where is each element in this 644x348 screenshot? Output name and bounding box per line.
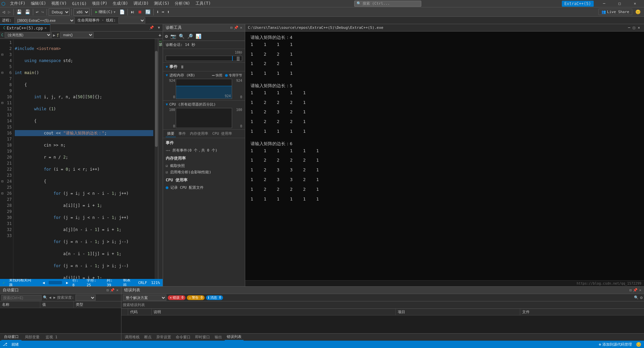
editor-scrollbar[interactable] bbox=[155, 39, 158, 279]
diag-zoom-out-icon[interactable]: 🔎 bbox=[187, 34, 193, 39]
minimize-button[interactable]: ─ bbox=[596, 0, 612, 7]
scroll-left-btn[interactable]: ◀ bbox=[43, 281, 45, 285]
error-list-close[interactable]: ✕ bbox=[639, 288, 641, 292]
pin-button[interactable]: 📌 bbox=[148, 25, 155, 31]
collapse-for3-icon[interactable]: ⊟ bbox=[0, 190, 5, 196]
search-depth-dropdown[interactable] bbox=[75, 295, 96, 301]
debug-config-dropdown[interactable]: Debug bbox=[49, 8, 70, 16]
auto-tab-3[interactable]: 监视 1 bbox=[43, 334, 60, 340]
maximize-button[interactable]: □ bbox=[612, 0, 627, 7]
auto-tab-2[interactable]: 局部变量 bbox=[22, 334, 42, 340]
toolbar-restart[interactable]: 🔄 bbox=[144, 9, 152, 15]
error-tab-immediate[interactable]: 即时窗口 bbox=[193, 334, 212, 340]
editor-tab-active[interactable]: C ExtraC++(5).cpp ✕ bbox=[0, 24, 50, 32]
error-tab-callstack[interactable]: 调用堆栈 bbox=[123, 334, 142, 340]
toolbar-step-over[interactable]: ⏯ bbox=[129, 9, 136, 15]
toolbar-undo[interactable]: ↩ bbox=[35, 9, 40, 15]
error-badge[interactable]: ✕ 错误 0 bbox=[168, 295, 185, 300]
memory-collapse-icon[interactable]: ▼ bbox=[166, 73, 168, 77]
menu-git[interactable]: Git(G) bbox=[69, 1, 89, 7]
diag-tab-summary[interactable]: 摘要 bbox=[166, 130, 176, 137]
collapse-while-icon[interactable]: ⊟ bbox=[0, 70, 5, 76]
console-maximize[interactable]: □ bbox=[632, 25, 637, 30]
search-box[interactable]: 🔍 搜索 (Ctrl... bbox=[354, 1, 421, 7]
status-zoom: 121% bbox=[151, 281, 160, 285]
menu-view[interactable]: 视图(V) bbox=[49, 0, 69, 7]
error-tab-command[interactable]: 命令窗口 bbox=[174, 334, 193, 340]
lifecycle-dropdown[interactable] bbox=[118, 17, 145, 23]
toolbar-feedback[interactable]: 😊 bbox=[633, 9, 643, 15]
pause-icon[interactable]: ⏸ bbox=[180, 65, 184, 69]
scope-dropdown[interactable]: (全局范围) bbox=[5, 32, 52, 38]
error-tab-breakpoints[interactable]: 断点 bbox=[142, 334, 154, 340]
process-dropdown[interactable]: [3800] ExtraC++(5).exe bbox=[14, 17, 75, 23]
diag-tab-memory[interactable]: 内存使用率 bbox=[189, 130, 210, 137]
cpu-collapse-icon[interactable]: ▼ bbox=[166, 102, 168, 107]
close-button[interactable]: ✕ bbox=[627, 0, 643, 7]
dropdown-arrow[interactable]: ▼ bbox=[156, 25, 161, 31]
warning-badge[interactable]: ⚠ 警告 0 bbox=[187, 295, 205, 300]
diag-chart-icon[interactable]: 📊 bbox=[196, 34, 201, 39]
diag-tab-events[interactable]: 事件 bbox=[177, 130, 187, 137]
collapse-main-icon[interactable]: ⊟ bbox=[0, 52, 5, 58]
scroll-bar-editor[interactable] bbox=[49, 281, 62, 284]
toolbar-save[interactable]: 💾 bbox=[15, 9, 23, 15]
info-badge[interactable]: ℹ 消息 0 bbox=[206, 295, 223, 300]
scroll-right-btn[interactable]: ▶ bbox=[66, 281, 68, 285]
menu-build[interactable]: 生成(B) bbox=[110, 0, 131, 7]
auto-col-value: 值 bbox=[40, 301, 74, 308]
auto-window-pin[interactable]: 📌 bbox=[110, 288, 115, 292]
code-editor[interactable]: ⊟ ⊟ ⊟ bbox=[0, 39, 163, 279]
add-line-button[interactable]: + bbox=[159, 33, 161, 38]
auto-tab-1[interactable]: 自动窗口 bbox=[1, 334, 21, 341]
step-over-btn[interactable]: ➡ bbox=[161, 9, 165, 15]
collapse-for1-icon[interactable]: ⊟ bbox=[0, 100, 5, 106]
feedback-icon-btn[interactable]: 😊 bbox=[636, 342, 641, 347]
console-minimize[interactable]: ─ bbox=[627, 25, 632, 30]
toolbar-forward[interactable]: ▷ bbox=[7, 9, 12, 15]
collapse-for2-icon[interactable]: ⊟ bbox=[0, 178, 5, 184]
toolbar-back[interactable]: ◁ bbox=[1, 9, 6, 15]
console-close[interactable]: ✕ bbox=[636, 25, 641, 30]
error-tab-output[interactable]: 输出 bbox=[213, 334, 224, 340]
diag-window-icon[interactable]: ⊟ bbox=[230, 25, 233, 30]
tab-close-icon[interactable]: ✕ bbox=[44, 26, 47, 30]
menu-file[interactable]: 文件(F) bbox=[7, 0, 28, 7]
diag-tab-cpu[interactable]: CPU 使用率 bbox=[211, 130, 234, 137]
auto-window-close[interactable]: ✕ bbox=[116, 288, 118, 292]
menu-debug[interactable]: 调试(D) bbox=[131, 0, 152, 7]
events-collapse-icon[interactable]: ▼ bbox=[166, 65, 168, 69]
diag-close-icon[interactable]: ✕ bbox=[240, 25, 242, 30]
toolbar-stop[interactable]: ⏹ bbox=[137, 9, 143, 15]
toolbar-start-page[interactable]: 📄 bbox=[118, 9, 126, 15]
add-source-btn[interactable]: ⊕ 添加到源代码管理 bbox=[599, 342, 632, 347]
diag-settings-icon[interactable]: ⚙ bbox=[165, 34, 168, 39]
auto-search-input[interactable] bbox=[1, 295, 42, 300]
platform-dropdown[interactable]: x86 bbox=[73, 8, 90, 16]
continue-button[interactable]: ▶ 继续(C) ▼ bbox=[93, 9, 117, 15]
error-settings-icon[interactable]: ⚙ bbox=[640, 295, 643, 300]
step-into-btn[interactable]: ⬇ bbox=[155, 9, 160, 15]
code-content[interactable]: #include <iostream> using namespace std;… bbox=[13, 39, 155, 279]
error-filter-dropdown[interactable]: 整个解决方案 bbox=[123, 295, 166, 301]
diag-pin-icon[interactable]: 📌 bbox=[234, 25, 238, 30]
status-check-icon: ✓ bbox=[3, 281, 5, 285]
tab-indicator[interactable]: ExtraC++(5) bbox=[562, 1, 594, 7]
error-list-pin[interactable]: 📌 bbox=[633, 288, 638, 292]
auto-window-minimize[interactable]: ⊟ bbox=[107, 288, 109, 292]
menu-project[interactable]: 项目(P) bbox=[89, 0, 110, 7]
menu-analyze[interactable]: 分析(N) bbox=[172, 0, 193, 7]
error-tab-errorlist[interactable]: 错误列表 bbox=[225, 334, 244, 341]
live-share-button[interactable]: 👥 Live Share bbox=[598, 9, 632, 15]
error-tab-exceptions[interactable]: 异常设置 bbox=[154, 334, 173, 340]
diag-zoom-in-icon[interactable]: 🔍 bbox=[179, 34, 184, 39]
error-list-minimize[interactable]: ⊟ bbox=[630, 288, 632, 292]
menu-tools[interactable]: 工具(T) bbox=[193, 0, 214, 7]
diag-camera-icon[interactable]: 📷 bbox=[170, 34, 176, 39]
toolbar-save-all[interactable]: 💾 bbox=[24, 9, 31, 15]
menu-edit[interactable]: 编辑(E) bbox=[28, 0, 49, 7]
menu-test[interactable]: 测试(S) bbox=[151, 0, 172, 7]
toolbar-redo[interactable]: ↪ bbox=[40, 9, 45, 15]
step-out-btn[interactable]: ⬆ bbox=[166, 9, 171, 15]
function-dropdown[interactable]: main() bbox=[60, 32, 94, 38]
